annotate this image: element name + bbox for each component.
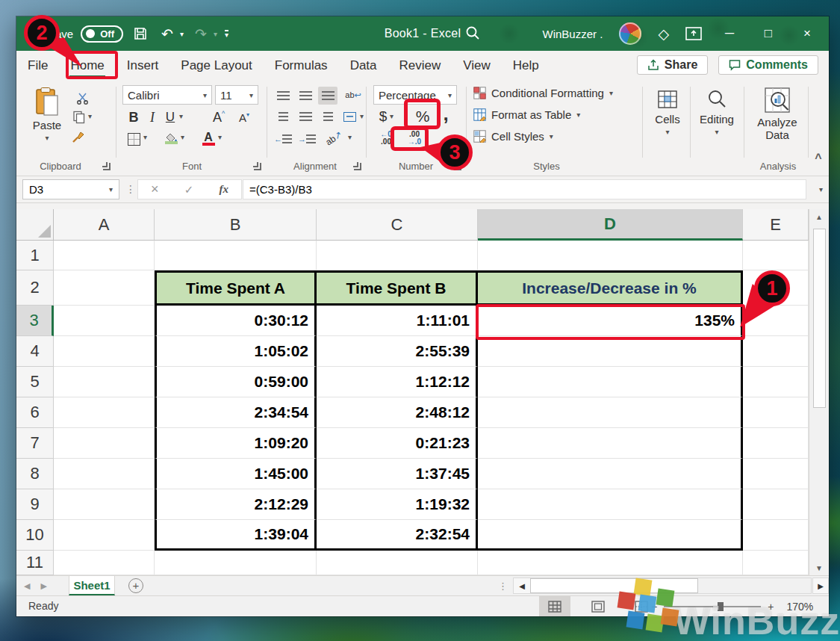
cell-b5[interactable]: 0:59:00 <box>155 367 317 397</box>
cells-dropdown-icon[interactable]: ▾ <box>665 128 669 136</box>
row-header-2[interactable]: 2 <box>16 270 54 306</box>
accounting-format-button[interactable]: $ <box>376 106 390 127</box>
cell-e11[interactable] <box>743 551 809 575</box>
format-as-table-button[interactable]: Format as Table▾ <box>473 108 580 121</box>
name-box[interactable]: D3▾ <box>22 179 119 199</box>
cell-c1[interactable] <box>317 241 478 270</box>
orientation-button[interactable]: ab↗ <box>319 124 348 153</box>
cell-d10[interactable] <box>478 520 743 551</box>
cell-c5[interactable]: 1:12:12 <box>317 367 478 397</box>
cell-d7[interactable] <box>478 428 743 459</box>
fill-color-button[interactable] <box>163 128 179 148</box>
cell-b2-header[interactable]: Time Spent A <box>155 270 317 306</box>
cell-d6[interactable] <box>478 397 743 428</box>
cell-b3[interactable]: 0:30:12 <box>155 306 317 336</box>
align-left-button[interactable] <box>273 108 293 126</box>
row-header-6[interactable]: 6 <box>16 397 54 428</box>
clipboard-dialog-launcher[interactable] <box>103 163 111 170</box>
bold-button[interactable]: B <box>125 108 142 127</box>
align-center-button[interactable] <box>296 108 315 126</box>
comments-button[interactable]: Comments <box>718 55 818 75</box>
scroll-down-icon[interactable]: ▼ <box>815 560 823 575</box>
tab-page-layout[interactable]: Page Layout <box>169 51 263 81</box>
font-name-combo[interactable]: Calibri▾ <box>122 85 212 105</box>
underline-dropdown-icon[interactable]: ▾ <box>179 112 183 120</box>
cell-b1[interactable] <box>155 241 317 270</box>
cell-b8[interactable]: 1:45:00 <box>155 459 317 489</box>
cell-b7[interactable]: 1:09:20 <box>155 428 317 459</box>
collapse-ribbon-icon[interactable]: ^ <box>811 151 826 166</box>
tab-review[interactable]: Review <box>388 51 452 81</box>
scroll-left-icon[interactable]: ◀ <box>514 578 530 593</box>
analyze-data-button[interactable]: Analyze Data <box>751 87 803 142</box>
font-color-button[interactable]: A <box>200 128 217 148</box>
row-header-10[interactable]: 10 <box>16 520 54 551</box>
cancel-entry-icon[interactable]: × <box>151 182 159 197</box>
zoom-level[interactable]: 170% <box>786 601 813 613</box>
redo-dropdown-icon[interactable]: ▾ <box>214 30 217 38</box>
insert-function-button[interactable]: fx <box>219 183 228 196</box>
column-header-d-selected[interactable]: D <box>478 209 743 241</box>
undo-button[interactable]: ↶ <box>158 24 177 43</box>
copy-dropdown-icon[interactable]: ▾ <box>88 112 92 120</box>
borders-dropdown-icon[interactable]: ▾ <box>143 133 147 141</box>
row-header-9[interactable]: 9 <box>16 489 54 520</box>
cell-a10[interactable] <box>54 520 155 551</box>
cells-button[interactable]: Cells ▾ <box>648 88 687 136</box>
close-button[interactable]: × <box>796 26 818 41</box>
cell-styles-button[interactable]: Cell Styles▾ <box>473 130 553 143</box>
cell-c10[interactable]: 2:32:54 <box>317 520 478 551</box>
premium-diamond-icon[interactable]: ◇ <box>658 27 669 41</box>
column-header-b[interactable]: B <box>155 209 317 241</box>
cell-e9[interactable] <box>743 489 809 520</box>
merge-center-button[interactable] <box>340 109 358 124</box>
alignment-dialog-launcher[interactable] <box>354 163 361 170</box>
cell-c8[interactable]: 1:37:45 <box>317 459 478 489</box>
cell-a2[interactable] <box>54 270 155 306</box>
row-header-11[interactable]: 11 <box>16 551 54 575</box>
row-header-1[interactable]: 1 <box>16 241 54 270</box>
page-layout-view-button[interactable] <box>582 596 614 616</box>
align-right-button[interactable] <box>318 108 337 126</box>
ribbon-display-options-icon[interactable] <box>685 26 702 41</box>
new-sheet-button[interactable]: + <box>128 578 143 593</box>
maximize-button[interactable]: □ <box>757 26 780 41</box>
row-header-5[interactable]: 5 <box>16 367 54 397</box>
grow-font-button[interactable]: A^ <box>209 108 228 127</box>
select-all-corner[interactable] <box>16 209 54 241</box>
name-box-dropdown-icon[interactable]: ▾ <box>109 185 113 193</box>
cell-d9[interactable] <box>478 489 743 520</box>
cell-b9[interactable]: 2:12:29 <box>155 489 317 520</box>
cell-a5[interactable] <box>54 367 155 397</box>
comma-style-button[interactable]: , <box>439 102 452 126</box>
copy-button[interactable] <box>70 109 87 126</box>
scroll-right-icon[interactable]: ▶ <box>812 577 829 594</box>
cell-d4[interactable] <box>478 336 743 367</box>
cell-a8[interactable] <box>54 459 155 489</box>
tab-data[interactable]: Data <box>339 51 388 81</box>
underline-button[interactable]: U <box>163 108 178 127</box>
share-button[interactable]: Share <box>637 55 708 75</box>
cell-b10[interactable]: 1:39:04 <box>155 520 317 551</box>
horizontal-scrollbar[interactable]: ◀ <box>513 577 812 594</box>
accounting-dropdown-icon[interactable]: ▾ <box>390 112 393 120</box>
undo-dropdown-icon[interactable]: ▾ <box>180 30 184 38</box>
editing-dropdown-icon[interactable]: ▾ <box>715 128 718 136</box>
cell-e10[interactable] <box>743 520 809 551</box>
cell-c9[interactable]: 1:19:32 <box>317 489 478 520</box>
top-align-button[interactable] <box>273 87 293 105</box>
cell-b6[interactable]: 2:34:54 <box>155 397 317 428</box>
cell-e4[interactable] <box>743 336 809 367</box>
zoom-slider-thumb[interactable] <box>718 602 724 611</box>
column-header-e[interactable]: E <box>743 209 809 241</box>
shrink-font-button[interactable]: A▾ <box>234 108 254 127</box>
bottom-align-button[interactable] <box>318 87 337 105</box>
cell-d11[interactable] <box>478 551 743 575</box>
fill-color-dropdown-icon[interactable]: ▾ <box>181 133 184 141</box>
cell-d8[interactable] <box>478 459 743 489</box>
format-painter-button[interactable] <box>70 128 87 145</box>
font-size-combo[interactable]: 11▾ <box>215 85 258 105</box>
cell-c7[interactable]: 0:21:23 <box>317 428 478 459</box>
cut-button[interactable] <box>73 90 91 106</box>
row-header-8[interactable]: 8 <box>16 459 54 489</box>
